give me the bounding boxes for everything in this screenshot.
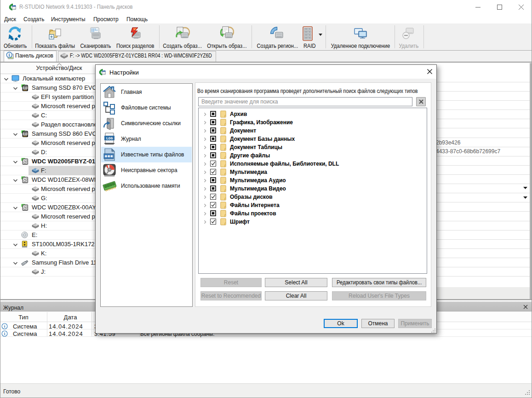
svg-text:SSD: SSD (23, 133, 28, 135)
svg-text:SSD: SSD (23, 87, 28, 89)
svg-text:LOG: LOG (106, 136, 113, 140)
svg-text:i: i (9, 52, 10, 58)
